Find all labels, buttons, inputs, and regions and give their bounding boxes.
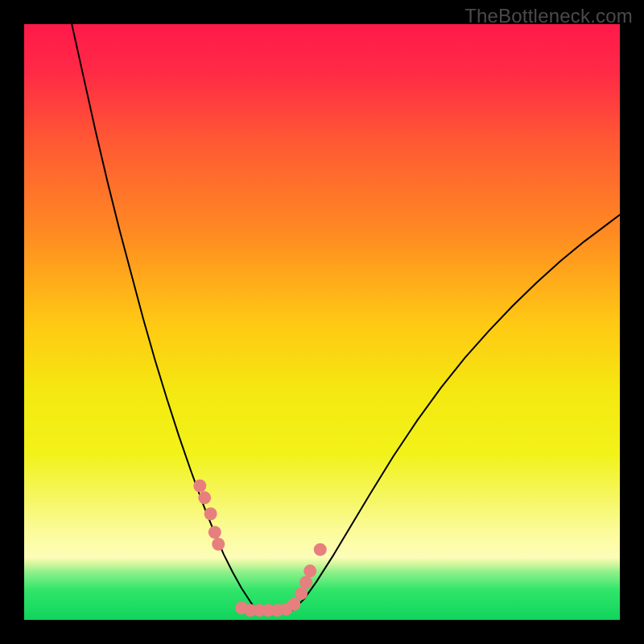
data-marker [295, 587, 308, 600]
watermark-text: TheBottleneck.com [464, 5, 633, 27]
data-marker [212, 538, 225, 551]
chart-svg [24, 24, 620, 620]
plot-background [24, 24, 620, 620]
data-marker [193, 480, 206, 493]
data-marker [299, 576, 312, 588]
data-marker [204, 507, 217, 520]
data-marker [208, 526, 221, 539]
data-marker [198, 491, 211, 504]
chart-frame: TheBottleneck.com [0, 0, 644, 644]
data-marker [287, 598, 300, 611]
plot-area [24, 24, 620, 620]
data-marker [314, 543, 327, 556]
data-marker [303, 564, 316, 577]
